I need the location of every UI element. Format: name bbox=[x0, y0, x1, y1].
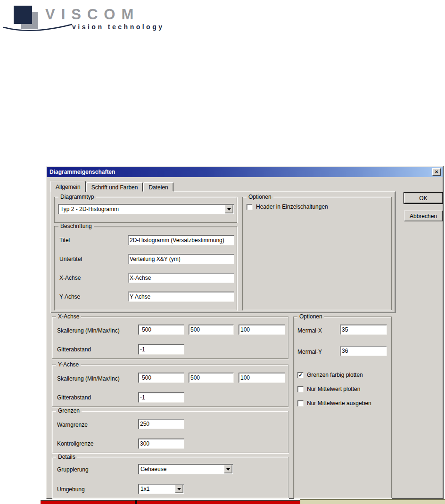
group-x-achse-label: X-Achse bbox=[56, 313, 81, 320]
nur-mittelwert-plotten-checkbox[interactable]: Nur Mittelwert plotten bbox=[297, 386, 360, 392]
group-y-achse: Y-Achse Skalierung (Min/Max/Inc) Gittera… bbox=[52, 365, 288, 407]
group-beschriftung: Beschriftung Titel Untertitel X-Achse Y-… bbox=[54, 226, 237, 310]
y-achse-titel-input[interactable] bbox=[128, 292, 234, 302]
x-gitterabstand-label: Gitterabstand bbox=[57, 346, 91, 353]
x-max-input[interactable] bbox=[189, 325, 234, 335]
logo-brand-text: VISCOM bbox=[45, 6, 140, 23]
untertitel-input[interactable] bbox=[128, 254, 234, 264]
y-max-input[interactable] bbox=[189, 373, 234, 383]
checkbox-label: Nur Mittelwert plotten bbox=[307, 386, 360, 392]
background-window-khaki-bar bbox=[300, 499, 445, 504]
background-window-red-bar bbox=[41, 500, 300, 504]
background-window-tick bbox=[135, 500, 137, 504]
checkbox-box[interactable] bbox=[247, 204, 253, 210]
group-y-achse-label: Y-Achse bbox=[56, 361, 81, 368]
diagrammtyp-combobox[interactable]: Typ 2 - 2D-Histogramm bbox=[58, 204, 234, 214]
grenzen-farbig-plotten-checkbox[interactable]: ✓ Grenzen farbig plotten bbox=[297, 372, 363, 378]
titel-input[interactable] bbox=[128, 235, 234, 245]
group-diagrammtyp: Diagrammtyp Typ 2 - 2D-Histogramm bbox=[54, 197, 237, 223]
mermal-y-label: Mermal-Y bbox=[297, 349, 322, 355]
x-skalierung-label: Skalierung (Min/Max/Inc) bbox=[57, 327, 120, 334]
chevron-down-icon bbox=[227, 208, 231, 211]
ok-button[interactable]: OK bbox=[404, 193, 443, 203]
cancel-button[interactable]: Abbrechen bbox=[404, 211, 443, 221]
x-inc-input[interactable] bbox=[239, 325, 285, 335]
tab-schrift-und-farben[interactable]: Schrift und Farben bbox=[86, 182, 143, 192]
y-gitterabstand-input[interactable] bbox=[138, 392, 184, 403]
warngrenze-input[interactable] bbox=[138, 419, 184, 429]
group-optionen-right: Optionen Mermal-X Mermal-Y ✓ Grenzen far… bbox=[293, 317, 392, 498]
mermal-x-label: Mermal-X bbox=[297, 327, 322, 334]
dropdown-button[interactable] bbox=[225, 205, 233, 213]
group-details-label: Details bbox=[56, 454, 77, 460]
group-diagrammtyp-label: Diagrammtyp bbox=[58, 194, 96, 200]
group-grenzen: Grenzen Warngrenze Kontrollgrenze bbox=[52, 411, 288, 453]
tab-dateien[interactable]: Dateien bbox=[143, 182, 173, 192]
viscom-logo: VISCOM vision technology bbox=[0, 0, 170, 47]
group-details: Details Gruppierung Gehaeuse Umgebung 1x… bbox=[52, 457, 288, 498]
x-achse-titel-input[interactable] bbox=[128, 273, 234, 283]
chevron-down-icon bbox=[226, 468, 230, 471]
tab-strip: Allgemein Schrift und Farben Dateien bbox=[50, 181, 174, 192]
group-optionen-top-label: Optionen bbox=[247, 194, 273, 200]
group-grenzen-label: Grenzen bbox=[56, 407, 82, 414]
dropdown-button[interactable] bbox=[224, 465, 232, 473]
page: VISCOM vision technology Diagrammeigensc… bbox=[0, 0, 445, 504]
warngrenze-label: Warngrenze bbox=[57, 422, 88, 428]
close-icon[interactable]: ✕ bbox=[432, 168, 441, 176]
kontrollgrenze-label: Kontrollgrenze bbox=[57, 440, 93, 447]
checkbox-box[interactable] bbox=[297, 400, 304, 406]
group-optionen-top: Optionen Header in Einzelschaltungen bbox=[242, 197, 392, 310]
y-gitterabstand-label: Gitterabstand bbox=[57, 394, 91, 401]
gruppierung-value: Gehaeuse bbox=[139, 466, 224, 472]
mermal-y-input[interactable] bbox=[340, 346, 387, 356]
diagram-properties-dialog: Diagrammeigenschaften ✕ Allgemein Schrif… bbox=[46, 166, 444, 499]
mermal-x-input[interactable] bbox=[340, 325, 387, 335]
checkbox-label: Header in Einzelschaltungen bbox=[256, 203, 328, 210]
checkbox-label: Grenzen farbig plotten bbox=[307, 372, 363, 378]
y-min-input[interactable] bbox=[138, 373, 184, 383]
group-optionen-right-label: Optionen bbox=[297, 313, 324, 320]
kontrollgrenze-input[interactable] bbox=[138, 439, 184, 449]
umgebung-value: 1x1 bbox=[139, 486, 175, 492]
diagrammtyp-value: Typ 2 - 2D-Histogramm bbox=[58, 206, 225, 212]
x-min-input[interactable] bbox=[138, 325, 184, 335]
group-beschriftung-label: Beschriftung bbox=[58, 223, 94, 229]
group-x-achse: X-Achse Skalierung (Min/Max/Inc) Gittera… bbox=[52, 317, 288, 359]
dropdown-button[interactable] bbox=[175, 485, 183, 493]
y-skalierung-label: Skalierung (Min/Max/Inc) bbox=[57, 375, 120, 382]
tab-allgemein[interactable]: Allgemein bbox=[50, 181, 86, 192]
untertitel-label: Untertitel bbox=[59, 256, 82, 262]
umgebung-combobox[interactable]: 1x1 bbox=[138, 484, 184, 494]
y-inc-input[interactable] bbox=[239, 373, 285, 383]
umgebung-label: Umgebung bbox=[57, 486, 85, 493]
checkbox-box[interactable]: ✓ bbox=[297, 372, 304, 378]
titel-label: Titel bbox=[59, 237, 70, 244]
x-achse-titel-label: X-Achse bbox=[59, 275, 81, 281]
header-einzelschaltungen-checkbox[interactable]: Header in Einzelschaltungen bbox=[247, 203, 328, 210]
gruppierung-combobox[interactable]: Gehaeuse bbox=[138, 464, 233, 474]
nur-mittelwerte-ausgeben-checkbox[interactable]: Nur Mittelwerte ausgeben bbox=[297, 400, 371, 406]
checkbox-label: Nur Mittelwerte ausgeben bbox=[307, 400, 371, 406]
y-achse-titel-label: Y-Achse bbox=[59, 293, 80, 300]
x-gitterabstand-input[interactable] bbox=[138, 344, 184, 355]
logo-tagline-text: vision technology bbox=[72, 23, 165, 31]
checkbox-box[interactable] bbox=[297, 386, 304, 392]
chevron-down-icon bbox=[177, 488, 181, 490]
dialog-title: Diagrammeigenschaften bbox=[49, 169, 115, 175]
gruppierung-label: Gruppierung bbox=[57, 466, 89, 473]
dialog-titlebar[interactable]: Diagrammeigenschaften bbox=[47, 167, 443, 177]
